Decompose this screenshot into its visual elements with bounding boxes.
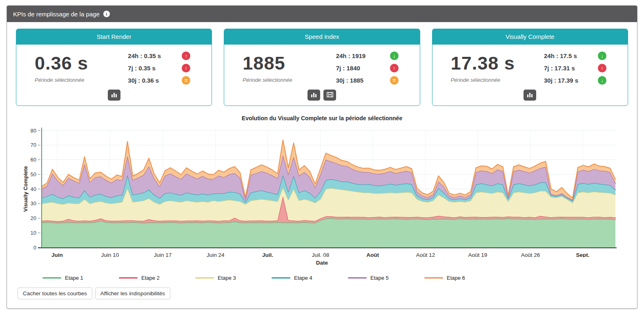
svg-text:80: 80 (31, 128, 36, 134)
svg-text:0: 0 (33, 245, 36, 251)
kpi-period-label: Période sélectionnée (451, 77, 544, 83)
kpi-stats: 24h : 17.5 s↓7j : 17.31 s↑30j : 17.39 s↓ (544, 48, 615, 88)
kpi-buttons (16, 88, 212, 106)
info-icon[interactable]: i (103, 11, 110, 17)
trend-down-icon: ↓ (390, 52, 399, 60)
bar-chart-button[interactable] (524, 90, 536, 101)
show-unavailability-button[interactable]: Afficher les indisponibilités (95, 288, 170, 299)
kpi-buttons (224, 88, 419, 106)
kpi-stat-label: 30j : 1885 (336, 77, 390, 84)
svg-text:Juil.: Juil. (262, 252, 273, 257)
legend-label: Etape 2 (141, 275, 160, 281)
bar-chart-icon (111, 92, 117, 99)
legend-swatch (42, 277, 61, 279)
legend-swatch (272, 277, 290, 279)
svg-text:Sept.: Sept. (576, 252, 589, 257)
svg-text:70: 70 (31, 142, 36, 148)
svg-text:Juin 24: Juin 24 (207, 252, 225, 257)
kpi-card-body: 17.38 sPériode sélectionnée24h : 17.5 s↓… (432, 45, 628, 88)
svg-text:Août: Août (366, 252, 379, 257)
kpi-card-body: 1885Période sélectionnée24h : 1919↓7j : … (224, 45, 419, 88)
kpi-stat-row: 24h : 0.35 s↑ (128, 52, 199, 60)
chart-legend: Etape 1Etape 2Etape 3Etape 4Etape 5Etape… (16, 275, 628, 281)
kpi-period-label: Période sélectionnée (243, 77, 336, 83)
kpi-card: Visually Complete17.38 sPériode sélectio… (432, 29, 628, 106)
legend-label: Etape 1 (65, 275, 83, 281)
kpi-stat-row: 30j : 1885= (336, 76, 408, 85)
legend-label: Etape 4 (294, 275, 312, 281)
svg-text:Août 12: Août 12 (416, 252, 435, 257)
panel-body: Start Render0.36 sPériode sélectionnée24… (7, 22, 637, 308)
trend-up-icon: ↑ (390, 64, 399, 72)
trend-down-icon: ↓ (598, 76, 606, 85)
footer-buttons: Cacher toutes les courbesAfficher les in… (18, 288, 628, 299)
kpi-stat-label: 30j : 0.36 s (128, 77, 182, 84)
trend-down-icon: ↓ (598, 52, 606, 60)
legend-swatch (119, 277, 138, 279)
trend-up-icon: ↑ (182, 52, 190, 60)
legend-label: Etape 6 (447, 275, 465, 281)
chart-title: Evolution du Visually Complete sur la pé… (16, 115, 628, 121)
kpi-stat-label: 30j : 17.39 s (544, 77, 598, 84)
film-button[interactable] (323, 90, 336, 101)
bar-chart-icon (311, 92, 317, 99)
kpi-stat-row: 7j : 17.31 s↑ (544, 64, 615, 72)
svg-text:Juil. 08: Juil. 08 (312, 252, 329, 257)
svg-text:10: 10 (31, 230, 36, 236)
kpi-stat-row: 7j : 1840↑ (336, 64, 408, 72)
stacked-area-chart[interactable]: 01020304050607080JuinJuin 10Juin 17Juin … (16, 126, 628, 257)
kpi-stat-row: 30j : 17.39 s↓ (544, 76, 615, 85)
svg-text:Août 19: Août 19 (468, 252, 488, 257)
kpi-value: 17.38 s (451, 53, 544, 74)
kpi-period-label: Période sélectionnée (35, 77, 128, 83)
kpi-card-title: Start Render (16, 29, 212, 45)
kpi-cards-row: Start Render0.36 sPériode sélectionnée24… (16, 29, 628, 106)
bar-chart-icon (527, 92, 533, 99)
x-axis-title: Date (16, 260, 628, 266)
bar-chart-button[interactable] (108, 90, 120, 101)
legend-item-etape-2[interactable]: Etape 2 (119, 275, 195, 281)
trend-equal-icon: = (390, 76, 399, 85)
legend-item-etape-6[interactable]: Etape 6 (424, 275, 501, 281)
kpi-buttons (432, 88, 628, 106)
legend-item-etape-5[interactable]: Etape 5 (348, 275, 424, 281)
legend-item-etape-1[interactable]: Etape 1 (42, 275, 119, 281)
hide-all-curves-button[interactable]: Cacher toutes les courbes (18, 288, 92, 299)
svg-text:40: 40 (31, 186, 36, 192)
kpi-stat-label: 7j : 17.31 s (544, 65, 598, 72)
kpi-value: 0.36 s (35, 53, 128, 74)
kpi-stats: 24h : 1919↓7j : 1840↑30j : 1885= (336, 48, 408, 88)
legend-item-etape-4[interactable]: Etape 4 (272, 275, 348, 281)
svg-text:Juin 10: Juin 10 (101, 252, 119, 257)
svg-text:Juin 17: Juin 17 (154, 252, 172, 257)
kpi-panel: KPIs de remplissage de la page i Start R… (7, 5, 637, 309)
kpi-card-title: Visually Complete (432, 29, 628, 45)
panel-header: KPIs de remplissage de la page i (7, 6, 637, 22)
kpi-stat-label: 7j : 0.35 s (128, 65, 182, 72)
kpi-stat-row: 24h : 17.5 s↓ (544, 52, 615, 60)
svg-text:20: 20 (31, 215, 36, 221)
kpi-stat-label: 24h : 1919 (336, 52, 390, 59)
trend-equal-icon: = (182, 76, 190, 85)
kpi-value: 1885 (243, 53, 336, 74)
kpi-card-title: Speed Index (224, 29, 419, 45)
svg-text:50: 50 (31, 171, 36, 177)
film-icon (327, 92, 333, 99)
kpi-stat-label: 24h : 0.35 s (128, 52, 182, 59)
kpi-stat-row: 7j : 0.35 s↑ (128, 64, 199, 72)
legend-label: Etape 3 (218, 275, 236, 281)
legend-swatch (348, 277, 367, 279)
kpi-stat-label: 24h : 17.5 s (544, 52, 598, 59)
bar-chart-button[interactable] (308, 90, 320, 101)
legend-item-etape-3[interactable]: Etape 3 (195, 275, 272, 281)
legend-swatch (424, 277, 443, 279)
kpi-card: Speed Index1885Période sélectionnée24h :… (224, 29, 420, 106)
kpi-card-body: 0.36 sPériode sélectionnée24h : 0.35 s↑7… (16, 45, 212, 88)
kpi-stat-label: 7j : 1840 (336, 65, 390, 72)
panel-title: KPIs de remplissage de la page (13, 11, 100, 18)
svg-text:Août 26: Août 26 (521, 252, 540, 257)
kpi-stat-row: 30j : 0.36 s= (128, 76, 199, 85)
svg-text:30: 30 (31, 200, 36, 207)
svg-text:Visually Complete: Visually Complete (22, 166, 29, 212)
legend-swatch (195, 277, 214, 279)
